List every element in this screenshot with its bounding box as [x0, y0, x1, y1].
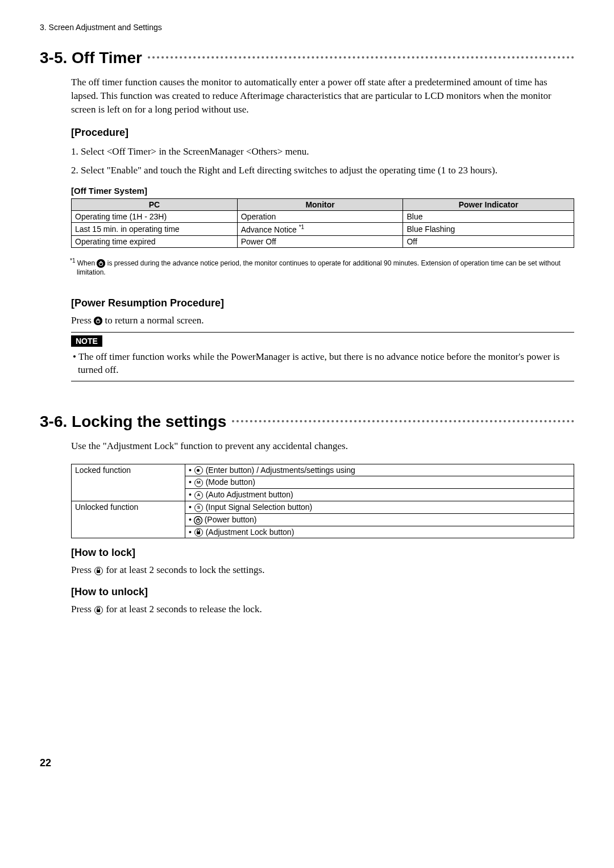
how-to-lock-text: Press for at least 2 seconds to lock the… — [71, 564, 574, 576]
th-monitor: Monitor — [237, 199, 403, 211]
locked-row-3: • A (Auto Adjustment button) — [185, 489, 574, 501]
procedure-heading: [Procedure] — [71, 127, 574, 139]
heading-text: 3‑5. Off Timer — [40, 49, 142, 67]
chapter-label: 3. Screen Adjustment and Settings — [40, 23, 574, 32]
unlocked-row-2: • (Power button) — [185, 513, 574, 526]
power-button-icon — [194, 516, 202, 525]
note-text: • The off timer function works while the… — [73, 350, 574, 377]
section-3-6-heading: 3‑6. Locking the settings — [40, 413, 574, 431]
cell-indicator-2: Off — [403, 236, 574, 248]
note-label: NOTE — [71, 335, 102, 347]
th-power-indicator: Power Indicator — [403, 199, 574, 211]
unlocked-row-1: • S (Input Signal Selection button) — [185, 501, 574, 513]
locked-function-label: Locked function — [72, 464, 185, 501]
unlocked-row-3: • (Adjustment Lock button) — [185, 526, 574, 538]
power-icon — [97, 259, 105, 268]
power-resume-heading: [Power Resumption Procedure] — [71, 297, 574, 309]
adjustment-lock-button-icon — [94, 567, 103, 575]
input-signal-button-icon: S — [194, 504, 203, 512]
cell-indicator-0: Blue — [403, 211, 574, 223]
adjustment-lock-button-icon — [194, 528, 203, 537]
svg-rect-10 — [97, 570, 100, 573]
mode-button-icon: M — [194, 479, 203, 487]
svg-rect-9 — [197, 531, 200, 534]
procedure-steps: 1. Select <Off Timer> in the ScreenManag… — [71, 144, 574, 177]
cell-monitor-1: Advance Notice *1 — [237, 223, 403, 236]
step-1: 1. Select <Off Timer> in the ScreenManag… — [71, 144, 574, 159]
unlocked-function-label: Unlocked function — [72, 501, 185, 538]
locked-row-1: • (Enter button) / Adjustments/settings … — [185, 464, 574, 476]
dotted-leader — [232, 420, 574, 422]
cell-pc-2: Operating time expired — [72, 236, 238, 248]
locked-row-2: • M (Mode button) — [185, 476, 574, 489]
th-pc: PC — [72, 199, 238, 211]
section-3-5-heading: 3‑5. Off Timer — [40, 49, 574, 67]
section-3-6-intro: Use the "Adjustment Lock" function to pr… — [71, 439, 574, 453]
note-block: NOTE • The off timer function works whil… — [71, 332, 574, 382]
page-number: 22 — [40, 757, 574, 769]
step-2: 2. Select "Enable" and touch the Right a… — [71, 163, 574, 178]
how-to-unlock-heading: [How to unlock] — [71, 586, 574, 598]
how-to-lock-heading: [How to lock] — [71, 547, 574, 559]
adjustment-lock-button-icon — [94, 606, 103, 614]
how-to-unlock-text: Press for at least 2 seconds to release … — [71, 604, 574, 615]
heading-text: 3‑6. Locking the settings — [40, 413, 226, 431]
cell-monitor-2: Power Off — [237, 236, 403, 248]
section-3-5-intro: The off timer function causes the monito… — [71, 76, 574, 117]
cell-monitor-0: Operation — [237, 211, 403, 223]
power-resume-text: Press to return a normal screen. — [71, 315, 574, 326]
auto-adjust-button-icon: A — [194, 491, 203, 500]
lock-table: Locked function • (Enter button) / Adjus… — [71, 464, 574, 539]
footnote-1: *1 When is pressed during the advance no… — [77, 257, 574, 277]
dotted-leader — [148, 56, 574, 59]
off-timer-table: PC Monitor Power Indicator Operating tim… — [71, 198, 574, 248]
cell-pc-1: Last 15 min. in operating time — [72, 223, 238, 236]
off-timer-system-heading: [Off Timer System] — [71, 186, 574, 196]
cell-pc-0: Operating time (1H - 23H) — [72, 211, 238, 223]
svg-rect-11 — [97, 609, 100, 612]
cell-indicator-1: Blue Flashing — [403, 223, 574, 236]
enter-button-icon — [194, 466, 203, 475]
power-icon — [94, 317, 102, 325]
